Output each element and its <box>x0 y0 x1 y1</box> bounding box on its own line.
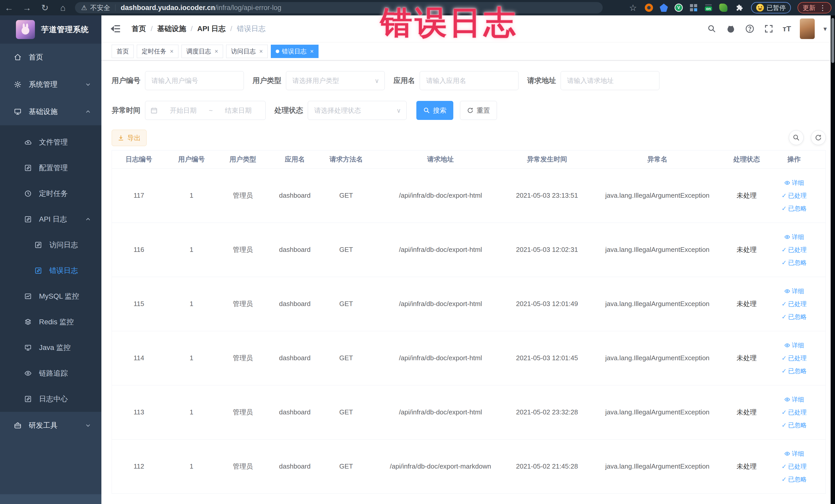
scrollbar-thumb[interactable] <box>831 18 834 63</box>
extension-blue-shield-icon[interactable] <box>660 4 668 12</box>
tab-错误日志[interactable]: 错误日志× <box>271 45 319 58</box>
date-range-picker[interactable]: 开始日期 ~ 结束日期 <box>145 101 266 120</box>
breadcrumb-item[interactable]: API 日志 <box>197 24 226 34</box>
close-icon[interactable]: × <box>215 48 218 55</box>
sidebar-item-api-log[interactable]: API 日志 <box>0 206 101 232</box>
tab-定时任务[interactable]: 定时任务× <box>137 45 178 58</box>
bookmark-star-icon[interactable]: ☆ <box>628 3 638 13</box>
layers-icon <box>24 318 32 326</box>
browser-menu-kebab-icon[interactable]: ⋮ <box>819 4 826 12</box>
user-avatar[interactable] <box>800 19 815 39</box>
check-icon: ✓ <box>781 476 787 483</box>
action-link-已忽略[interactable]: ✓已忽略 <box>781 421 807 429</box>
tab-调度日志[interactable]: 调度日志× <box>182 45 223 58</box>
extension-green-icon[interactable]: V <box>675 4 683 12</box>
tab-首页[interactable]: 首页 <box>111 45 134 58</box>
refresh-table-button[interactable] <box>811 130 826 145</box>
tab-访问日志[interactable]: 访问日志× <box>226 45 268 58</box>
sidebar-item-trace[interactable]: 链路追踪 <box>0 361 101 386</box>
browser-home-icon[interactable]: ⌂ <box>54 3 72 13</box>
action-link-详细[interactable]: 详细 <box>784 287 804 295</box>
font-size-icon[interactable]: тT <box>782 24 791 33</box>
sidebar-item-java[interactable]: Java 监控 <box>0 335 101 361</box>
sidebar-item-access-log[interactable]: 访问日志 <box>0 232 101 258</box>
filter-exception-time: 异常时间 开始日期 ~ 结束日期 <box>111 101 266 120</box>
app-logo-row[interactable]: 芋道管理系统 <box>0 15 101 44</box>
sidebar-toggle-icon[interactable] <box>110 24 121 34</box>
cell-user_id: 1 <box>166 168 217 223</box>
sidebar-item-error-log[interactable]: 错误日志 <box>0 258 101 283</box>
breadcrumb-item[interactable]: 首页 <box>132 24 146 34</box>
edit-square-icon <box>24 395 32 403</box>
sidebar-item-system-mgmt[interactable]: 系统管理 <box>0 71 101 98</box>
browser-reload-icon[interactable]: ↻ <box>36 3 54 13</box>
column-header-method: 请求方法名 <box>321 150 371 168</box>
cell-method: GET <box>321 385 371 439</box>
action-link-已处理[interactable]: ✓已处理 <box>781 354 807 362</box>
breadcrumb-separator: / <box>151 25 153 33</box>
cell-exception: java.lang.IllegalArgumentException <box>584 168 731 223</box>
check-icon: ✓ <box>781 463 787 470</box>
action-link-已处理[interactable]: ✓已处理 <box>781 191 807 200</box>
action-link-已处理[interactable]: ✓已处理 <box>781 408 807 417</box>
action-link-已处理[interactable]: ✓已处理 <box>781 462 807 471</box>
close-icon[interactable]: × <box>259 48 263 55</box>
extension-orange-icon[interactable] <box>645 4 653 12</box>
github-icon[interactable] <box>726 24 736 34</box>
action-link-详细[interactable]: 详细 <box>784 449 804 458</box>
action-link-详细[interactable]: 详细 <box>784 396 804 404</box>
toggle-search-button[interactable] <box>789 130 804 145</box>
action-link-详细[interactable]: 详细 <box>784 179 804 187</box>
action-link-已忽略[interactable]: ✓已忽略 <box>781 259 807 267</box>
action-link-详细[interactable]: 详细 <box>784 233 804 241</box>
filter-user-type: 用户类型 ∨ <box>252 71 385 90</box>
page-scrollbar[interactable] <box>831 15 835 504</box>
action-link-已忽略[interactable]: ✓已忽略 <box>781 313 807 321</box>
user-type-select[interactable] <box>286 71 385 90</box>
sidebar-item-file-mgmt[interactable]: 文件管理 <box>0 129 101 155</box>
reset-button[interactable]: 重置 <box>460 101 497 120</box>
browser-back-icon[interactable]: ← <box>0 3 18 13</box>
tab-paused-badge[interactable]: 已暂停 <box>751 2 791 13</box>
browser-forward-icon[interactable]: → <box>18 3 36 13</box>
action-link-已处理[interactable]: ✓已处理 <box>781 300 807 308</box>
action-link-已忽略[interactable]: ✓已忽略 <box>781 367 807 375</box>
action-link-详细[interactable]: 详细 <box>784 341 804 349</box>
sidebar-item-config-mgmt[interactable]: 配置管理 <box>0 155 101 181</box>
sidebar-item-mysql[interactable]: MySQL 监控 <box>0 283 101 309</box>
cell-exception: java.lang.IllegalArgumentException <box>584 331 731 385</box>
breadcrumb-item[interactable]: 基础设施 <box>157 24 186 34</box>
action-link-已处理[interactable]: ✓已处理 <box>781 246 807 254</box>
sidebar-item-redis[interactable]: Redis 监控 <box>0 309 101 335</box>
action-link-已忽略[interactable]: ✓已忽略 <box>781 204 807 213</box>
action-link-已忽略[interactable]: ✓已忽略 <box>781 475 807 483</box>
sidebar-item-log-center[interactable]: 日志中心 <box>0 386 101 412</box>
extension-on-badge-icon[interactable]: on <box>704 4 713 12</box>
fullscreen-icon[interactable] <box>763 24 774 34</box>
check-icon: ✓ <box>781 300 787 308</box>
search-icon[interactable] <box>707 24 717 34</box>
sidebar-item-dev-tools[interactable]: 研发工具 <box>0 412 101 439</box>
docs-question-icon[interactable] <box>745 24 755 34</box>
sidebar-item-cron-job[interactable]: 定时任务 <box>0 181 101 206</box>
extension-grid-icon[interactable] <box>690 4 698 12</box>
request-url-input[interactable] <box>561 71 659 90</box>
cell-ops: 详细✓已处理✓已忽略 <box>762 277 826 331</box>
app-name-input[interactable] <box>420 71 518 90</box>
extension-leaf-icon[interactable] <box>719 4 728 12</box>
user-id-input[interactable] <box>145 71 244 90</box>
extensions-puzzle-icon[interactable] <box>734 3 745 13</box>
sidebar-item-infra[interactable]: 基础设施 <box>0 98 101 125</box>
process-status-select[interactable] <box>308 101 407 120</box>
search-button[interactable]: 搜索 <box>416 101 453 120</box>
sidebar-item-label: 日志中心 <box>39 394 68 404</box>
address-bar[interactable]: ⚠ 不安全 dashboard.yudao.iocoder.cn /infra/… <box>75 2 603 13</box>
close-icon[interactable]: × <box>310 48 314 55</box>
browser-update-button[interactable]: 更新 ⋮ <box>797 2 831 13</box>
close-icon[interactable]: × <box>170 48 174 55</box>
sidebar-item-home[interactable]: 首页 <box>0 44 101 71</box>
export-button[interactable]: 导出 <box>111 130 147 146</box>
check-icon: ✓ <box>781 205 787 212</box>
avatar-caret-down-icon[interactable]: ▾ <box>823 25 827 33</box>
filter-request-url: 请求地址 <box>527 71 659 90</box>
